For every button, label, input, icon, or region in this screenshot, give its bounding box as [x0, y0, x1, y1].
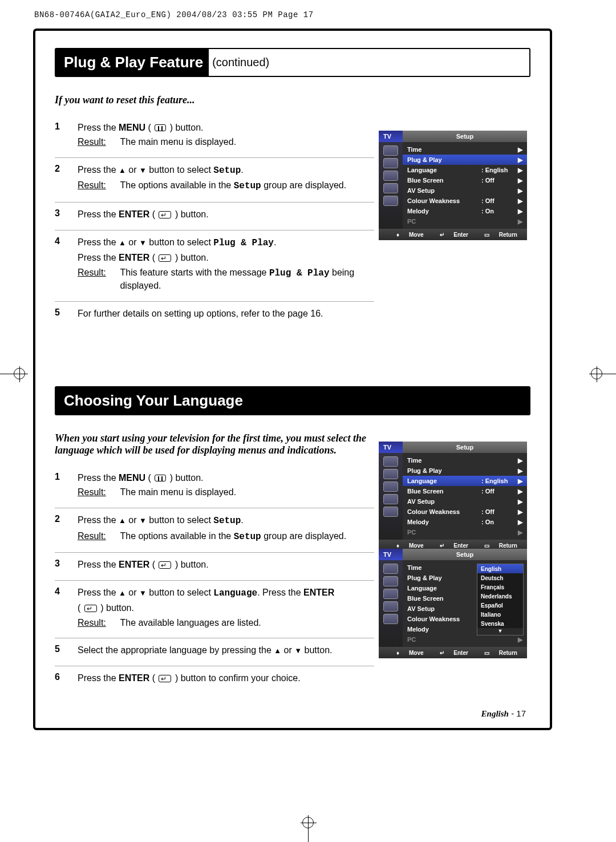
- step-row: 3Press the ENTER ( ) button.: [55, 553, 374, 581]
- step-row: 2Press the ▲ or ▼ button to select Setup…: [55, 158, 374, 203]
- osd-item-label: Colour Weakness: [407, 508, 481, 515]
- step-body: Select the appropriate language by press…: [78, 644, 374, 659]
- osd-menu-item[interactable]: Melody: On▶: [403, 206, 527, 216]
- osd-list-3: Time:▶Plug & Play▶Language:▶Blue Screen:…: [403, 560, 527, 647]
- osd-item-label: Colour Weakness: [407, 616, 481, 622]
- osd-menu-item[interactable]: Blue Screen: Off▶: [403, 486, 527, 496]
- menu-button-icon: [155, 475, 166, 481]
- osd-list-1: Time▶Plug & Play▶Language: English▶Blue …: [403, 142, 527, 229]
- language-option[interactable]: Svenska: [477, 619, 523, 628]
- osd-menu-item[interactable]: PC▶: [403, 216, 527, 226]
- osd-footer-enter: ↵ Enter: [432, 543, 468, 549]
- osd-menu-item[interactable]: AV Setup▶: [403, 496, 527, 507]
- step-row: 1Press the MENU ( ) button.Result: The m…: [55, 466, 374, 508]
- result-label: Result:: [78, 486, 117, 499]
- language-option[interactable]: English: [477, 564, 523, 573]
- chevron-right-icon: ▶: [516, 197, 522, 205]
- step-row: 4Press the ▲ or ▼ button to select Plug …: [55, 230, 374, 302]
- chevron-right-icon: ▶: [516, 498, 522, 505]
- osd-menu-item[interactable]: PC▶: [403, 527, 527, 537]
- language-option[interactable]: Español: [477, 601, 523, 610]
- osd-menu-item[interactable]: Melody: On▶: [403, 517, 527, 527]
- result-text: The options available in the Setup group…: [120, 530, 346, 544]
- result-text: The options available in the Setup group…: [120, 179, 346, 193]
- osd-menu-item[interactable]: Plug & Play▶: [403, 465, 527, 476]
- step-row: 4Press the ▲ or ▼ button to select Langu…: [55, 581, 374, 639]
- page-frame: Plug & Play Feature (continued) If you w…: [33, 29, 552, 730]
- section1-title-cont: (continued): [209, 56, 269, 69]
- result-label: Result:: [78, 179, 117, 192]
- result-label: Result:: [78, 136, 117, 148]
- step-row: 6Press the ENTER ( ) button to confirm y…: [55, 666, 374, 694]
- osd-item-label: Plug & Play: [407, 574, 481, 581]
- chevron-right-icon: ▶: [516, 156, 522, 164]
- crop-mark-bottom: [297, 819, 319, 842]
- result-text: The available languages are listed.: [120, 617, 261, 629]
- chevron-right-icon: ▶: [516, 208, 522, 215]
- osd-menu-item[interactable]: Time▶: [403, 455, 527, 465]
- osd-footer-move: ♦ Move: [388, 543, 423, 549]
- enter-button-icon: [159, 561, 171, 569]
- osd-menu-item[interactable]: Colour Weakness: Off▶: [403, 507, 527, 517]
- chevron-right-icon: ▶: [516, 177, 522, 184]
- osd-footer-enter: ↵ Enter: [432, 232, 468, 238]
- chevron-right-icon: ▶: [516, 519, 522, 526]
- language-option[interactable]: Italiano: [477, 610, 523, 619]
- osd-item-label: AV Setup: [407, 498, 481, 505]
- osd-icon-2: [383, 469, 398, 479]
- section1-title-main: Plug & Play Feature: [56, 49, 209, 76]
- osd-menu-item[interactable]: PC▶: [403, 634, 527, 645]
- osd-menu-item[interactable]: Blue Screen: Off▶: [403, 175, 527, 185]
- osd-icon-3: [383, 171, 398, 181]
- step-row: 1Press the MENU ( ) button.Result: The m…: [55, 116, 374, 158]
- osd-menu-item[interactable]: Language: English▶: [403, 165, 527, 175]
- language-option[interactable]: Nederlands: [477, 592, 523, 601]
- osd-item-value: : Off: [481, 177, 516, 184]
- osd-menu-item[interactable]: Time▶: [403, 144, 527, 155]
- osd-icon-3: [383, 589, 398, 599]
- osd-menu-item[interactable]: Colour Weakness: Off▶: [403, 196, 527, 206]
- osd-list-2: Time▶Plug & Play▶Language: English▶Blue …: [403, 453, 527, 540]
- osd-menu-item[interactable]: AV Setup▶: [403, 185, 527, 196]
- step-line: For further details on setting up option…: [78, 307, 374, 320]
- osd-item-label: Time: [407, 146, 481, 153]
- step-number: 1: [55, 122, 78, 151]
- osd-item-label: Language: [407, 167, 481, 173]
- result-label: Result:: [78, 530, 117, 543]
- osd-item-label: AV Setup: [407, 187, 481, 194]
- language-option[interactable]: Deutsch: [477, 573, 523, 582]
- language-option[interactable]: Français: [477, 582, 523, 592]
- chevron-right-icon: ▶: [516, 218, 522, 225]
- result-text: The main menu is displayed.: [120, 486, 236, 499]
- section1-steps: 1Press the MENU ( ) button.Result: The m…: [55, 116, 374, 329]
- osd-footer: ♦ Move ↵ Enter ▭ Return: [379, 229, 527, 240]
- step-body: Press the MENU ( ) button.Result: The ma…: [78, 472, 374, 501]
- osd-item-value: : English: [481, 477, 516, 484]
- page-dash: -: [511, 709, 516, 718]
- step-result: Result: The main menu is displayed.: [78, 486, 374, 499]
- step-line: Press the MENU ( ) button.: [78, 472, 374, 484]
- step-body: Press the ▲ or ▼ button to select Setup.…: [78, 514, 374, 545]
- page-number: English - 17: [481, 709, 526, 719]
- step-result: Result: The options available in the Set…: [78, 179, 374, 193]
- osd-icon-5: [383, 507, 398, 517]
- osd-panel-setup-1: TV Setup Time▶Plug & Play▶Language: Engl…: [379, 131, 527, 240]
- osd-icon-5: [383, 196, 398, 206]
- osd-menu-item[interactable]: Language: English▶: [403, 476, 527, 486]
- step-result: Result: This feature starts with the mes…: [78, 266, 374, 292]
- step-body: Press the ENTER ( ) button.: [78, 208, 374, 223]
- osd-tv-label: TV: [379, 549, 403, 560]
- osd-item-value: : English: [481, 167, 516, 173]
- result-text: This feature starts with the message Plu…: [120, 266, 365, 292]
- step-line: Press the ▲ or ▼ button to select Langua…: [78, 586, 374, 600]
- osd-title: Setup: [403, 549, 527, 560]
- osd-icon-2: [383, 158, 398, 168]
- osd-item-label: Melody: [407, 519, 481, 525]
- step-result: Result: The main menu is displayed.: [78, 136, 374, 148]
- osd-item-value: : Off: [481, 197, 516, 204]
- chevron-right-icon: ▶: [516, 457, 522, 464]
- menu-button-icon: [155, 124, 166, 131]
- step-line: Press the ENTER ( ) button to confirm yo…: [78, 672, 374, 685]
- osd-icon-4: [383, 494, 398, 504]
- osd-menu-item[interactable]: Plug & Play▶: [403, 155, 527, 165]
